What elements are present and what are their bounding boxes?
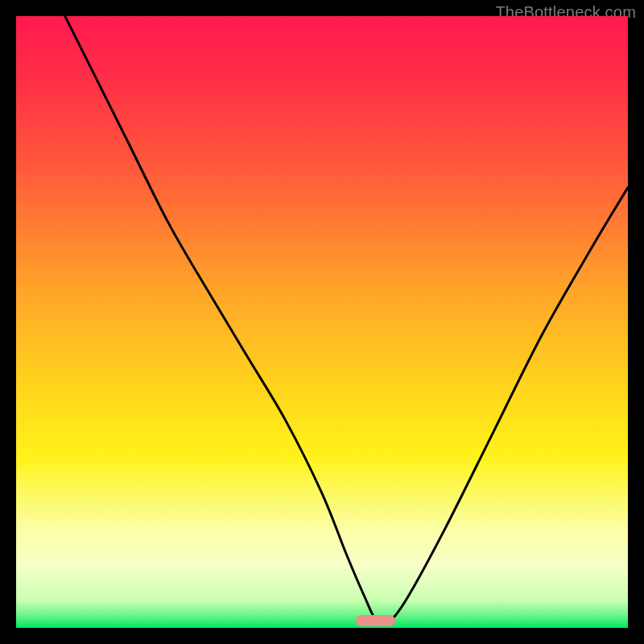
chart-frame: TheBottleneck.com (0, 0, 644, 644)
bottleneck-curve (16, 16, 628, 628)
optimal-range-marker (356, 615, 395, 626)
plot-area (16, 16, 628, 628)
